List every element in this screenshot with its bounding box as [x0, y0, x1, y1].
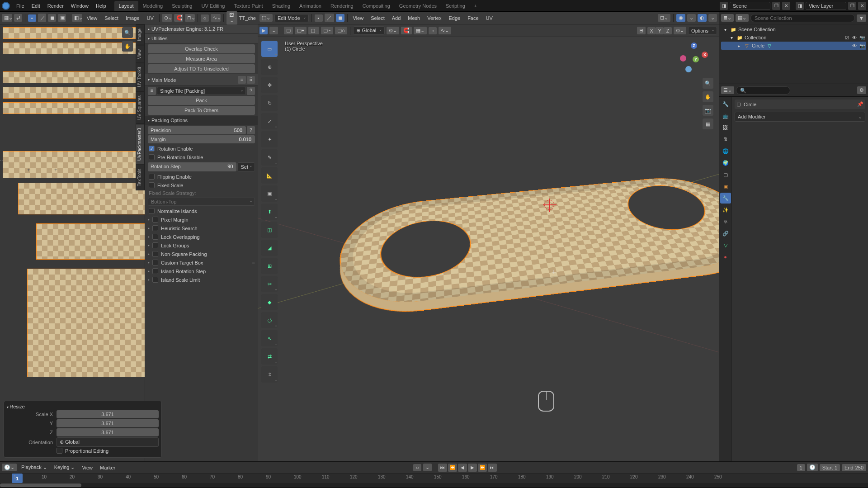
gizmo-x[interactable]: X [702, 52, 708, 58]
overlay-dd-icon[interactable]: ⌄ [708, 14, 717, 22]
camera-icon[interactable]: 📷 [859, 43, 865, 49]
add-modifier-dropdown[interactable]: Add Modifier [735, 112, 865, 122]
orientation-dropdown-vp[interactable]: ⊕ Global [353, 26, 385, 35]
start-frame-field[interactable]: Start 1 [820, 464, 840, 471]
subpanel-lock-groups[interactable]: ▸Lock Groups [145, 241, 258, 250]
uv-sync-icon[interactable]: ⇄ [14, 14, 22, 22]
mesh-visibility-icon[interactable]: ⊡⌄ [658, 14, 670, 22]
uv-pivot-icon[interactable]: ⊙⌄ [162, 14, 172, 22]
uv-editor-type-icon[interactable]: ▦⌄ [2, 14, 12, 22]
pan-icon[interactable]: ✋ [703, 91, 713, 102]
snap-dd[interactable]: ▦⌄ [414, 27, 427, 34]
vp-menu-face[interactable]: Face [465, 14, 481, 22]
subpanel-nonsquare[interactable]: ▸Non-Square Packing [145, 250, 258, 258]
tree-scene-collection[interactable]: ▾ 📁 Scene Collection [721, 25, 866, 33]
menu-file[interactable]: File [13, 1, 28, 10]
proptab-modifier[interactable]: 🔧 [720, 193, 731, 204]
play-reverse-icon[interactable]: ◀ [458, 464, 467, 472]
uv-snap-icon[interactable]: 🧲 [174, 14, 183, 22]
tab-scripting[interactable]: Scripting [441, 1, 470, 11]
tool-select-box[interactable]: ▭▾ [261, 41, 278, 57]
scene-name-input[interactable] [730, 2, 770, 10]
pre-rotation-checkbox[interactable]: Pre-Rotation Disable [145, 153, 258, 161]
tool-smooth[interactable]: ∿▾ [261, 330, 278, 346]
gizmo-neg-z[interactable] [685, 66, 692, 72]
outliner-display-icon[interactable]: ▦⌄ [736, 14, 749, 22]
orientation-dropdown[interactable]: ⊕ Global [57, 437, 159, 447]
precision-value[interactable]: 500 [231, 126, 246, 134]
fixed-scale-checkbox[interactable]: Fixed Scale [145, 181, 258, 190]
subpanel-heuristic[interactable]: ▸Heuristic Search [145, 224, 258, 232]
tool-bevel[interactable]: ◢ [261, 240, 278, 256]
vp-menu-vertex[interactable]: Vertex [425, 14, 444, 22]
uv-menu-uv[interactable]: UV [144, 14, 156, 22]
props-type-icon[interactable]: ☰⌄ [721, 86, 734, 94]
tab-geometrynodes[interactable]: Geometry Nodes [395, 1, 441, 11]
uv-falloff-icon[interactable]: ∿⌄ [211, 14, 221, 22]
proptab-constraints[interactable]: 🔗 [720, 228, 731, 239]
tool-rotate[interactable]: ↻ [261, 95, 278, 111]
uv-selmode-edge[interactable]: ／ [38, 14, 46, 22]
tab-compositing[interactable]: Compositing [358, 1, 395, 11]
uv-prop-edit-icon[interactable]: ○ [201, 14, 209, 22]
selmode-invert[interactable]: ▢~ [321, 27, 333, 34]
gizmo-toggle-icon[interactable]: ◉ [676, 14, 685, 22]
proptab-material[interactable]: ● [720, 251, 731, 262]
list-icon[interactable]: ≡ [238, 76, 246, 84]
tl-menu-view[interactable]: View [79, 464, 95, 472]
timeline-scrollbar[interactable] [0, 483, 868, 488]
scene-new-icon[interactable]: ❐ [772, 2, 780, 10]
outliner-filter-icon[interactable]: ▼ [857, 14, 866, 22]
options-dropdown[interactable]: Options [688, 27, 717, 35]
uv-menu-image[interactable]: Image [123, 14, 142, 22]
uv-selmode-face[interactable]: ◼ [48, 14, 56, 22]
ntab-textools[interactable]: TexTools [136, 165, 145, 190]
tool-spin[interactable]: ⭯▾ [261, 312, 278, 328]
tool-annotate[interactable]: ✎▾ [261, 149, 278, 166]
outliner-type-icon[interactable]: ≣⌄ [721, 14, 734, 22]
pan-icon[interactable]: ✋ [122, 41, 133, 52]
uvpm-utilities-header[interactable]: ▾Utilities [145, 34, 258, 43]
scale-y-value[interactable]: 3.671 [57, 419, 159, 427]
tl-menu-keying[interactable]: Keying ⌄ [52, 463, 78, 472]
jump-next-key-icon[interactable]: ⏩ [478, 464, 487, 472]
adjust-td-button[interactable]: Adjust TD To Unselected [148, 64, 255, 73]
propedit-dd[interactable]: ∿⌄ [439, 27, 451, 34]
tab-rendering[interactable]: Rendering [326, 1, 358, 11]
uv-image-browse-icon[interactable]: 🖼⌄ [226, 11, 237, 24]
props-search-input[interactable] [736, 86, 790, 95]
proptab-scene[interactable]: 🌐 [720, 146, 731, 156]
ntab-uvsquares[interactable]: UV Squares [136, 91, 145, 124]
uv-menu-select[interactable]: Select [102, 14, 121, 22]
vp-menu-mesh[interactable]: Mesh [405, 14, 423, 22]
uv-selmode-vertex[interactable]: ▪ [28, 14, 36, 22]
vp-menu-uv[interactable]: UV [483, 14, 495, 22]
menu-window[interactable]: Window [67, 1, 92, 10]
autokey-dd[interactable]: ⌄ [423, 464, 432, 471]
menu-render[interactable]: Render [44, 1, 67, 10]
eye-icon[interactable]: 👁 [851, 34, 858, 41]
vp-menu-edge[interactable]: Edge [446, 14, 463, 22]
subpanel-pixel-margin[interactable]: ▸Pixel Margin [145, 215, 258, 224]
tool-inset[interactable]: ◫ [261, 222, 278, 238]
props-options-icon[interactable]: ⚙ [857, 86, 866, 94]
vp-menu-view[interactable]: View [350, 14, 367, 22]
scene-delete-icon[interactable]: ✕ [782, 2, 790, 10]
ntab-uvtoolkit[interactable]: UV Toolkit [136, 63, 145, 91]
jump-start-icon[interactable]: ⏮ [438, 464, 447, 472]
viewlayer-browse-icon[interactable]: ◨ [796, 2, 804, 10]
pack-to-others-button[interactable]: Pack To Others [148, 106, 255, 115]
rotation-step-set-button[interactable]: Set [237, 162, 255, 171]
current-frame-field[interactable]: 1 [797, 464, 805, 471]
selmode-face[interactable]: ◼ [336, 14, 344, 22]
selmode-edge[interactable]: ／ [325, 14, 334, 22]
tool-scale[interactable]: ⤢▾ [261, 113, 278, 129]
tool-extrude[interactable]: ⬆▾ [261, 204, 278, 220]
select-tool-icon[interactable]: ▶ [259, 27, 268, 34]
tab-layout[interactable]: Layout [114, 1, 138, 11]
selmode-vertex[interactable]: ▪ [315, 14, 323, 22]
flipping-checkbox[interactable]: Flipping Enable [145, 172, 258, 181]
tool-polybuild[interactable]: ◆ [261, 294, 278, 310]
proptab-physics[interactable]: ⚛ [720, 216, 731, 227]
proptab-tool[interactable]: 🔧 [720, 99, 731, 109]
